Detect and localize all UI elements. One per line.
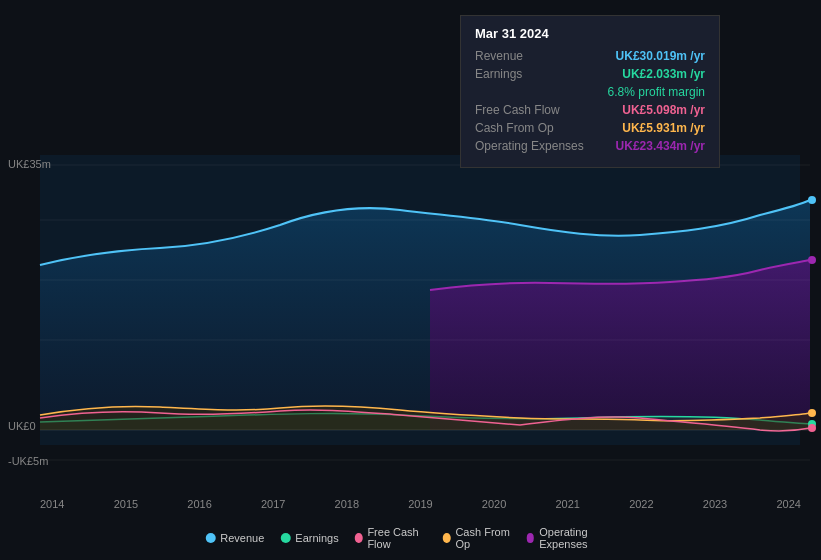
x-label-2024: 2024 (776, 498, 800, 510)
tooltip-margin-row: 6.8% profit margin (475, 85, 705, 99)
tooltip-opex-row: Operating Expenses UK£23.434m /yr (475, 139, 705, 153)
tooltip-earnings-row: Earnings UK£2.033m /yr (475, 67, 705, 81)
legend-label-cashop: Cash From Op (455, 526, 510, 550)
x-label-2022: 2022 (629, 498, 653, 510)
x-label-2023: 2023 (703, 498, 727, 510)
legend-cashop[interactable]: Cash From Op (443, 526, 511, 550)
svg-point-9 (808, 256, 816, 264)
x-label-2021: 2021 (555, 498, 579, 510)
legend-label-revenue: Revenue (220, 532, 264, 544)
legend-revenue[interactable]: Revenue (205, 532, 264, 544)
x-axis-labels: 2014 2015 2016 2017 2018 2019 2020 2021 … (40, 498, 801, 510)
legend-dot-opex (527, 533, 535, 543)
legend-dot-cashop (443, 533, 451, 543)
tooltip-fcf-value: UK£5.098m /yr (622, 103, 705, 117)
legend-dot-earnings (280, 533, 290, 543)
y-label-bottom: -UK£5m (8, 455, 48, 467)
tooltip-revenue-row: Revenue UK£30.019m /yr (475, 49, 705, 63)
legend-opex[interactable]: Operating Expenses (527, 526, 616, 550)
tooltip-cashop-value: UK£5.931m /yr (622, 121, 705, 135)
tooltip-revenue-label: Revenue (475, 49, 523, 63)
legend-dot-fcf (355, 533, 363, 543)
legend-label-earnings: Earnings (295, 532, 338, 544)
y-label-top: UK£35m (8, 158, 51, 170)
x-label-2019: 2019 (408, 498, 432, 510)
x-label-2015: 2015 (114, 498, 138, 510)
legend-earnings[interactable]: Earnings (280, 532, 338, 544)
tooltip-opex-value: UK£23.434m /yr (616, 139, 705, 153)
x-label-2016: 2016 (187, 498, 211, 510)
svg-point-10 (808, 409, 816, 417)
svg-point-12 (808, 424, 816, 432)
tooltip-earnings-value: UK£2.033m /yr (622, 67, 705, 81)
tooltip: Mar 31 2024 Revenue UK£30.019m /yr Earni… (460, 15, 720, 168)
tooltip-cashop-label: Cash From Op (475, 121, 554, 135)
tooltip-revenue-value: UK£30.019m /yr (616, 49, 705, 63)
svg-point-8 (808, 196, 816, 204)
x-label-2014: 2014 (40, 498, 64, 510)
tooltip-margin: 6.8% profit margin (608, 85, 705, 99)
tooltip-opex-label: Operating Expenses (475, 139, 584, 153)
legend-fcf[interactable]: Free Cash Flow (355, 526, 427, 550)
y-label-mid: UK£0 (8, 420, 36, 432)
chart-container: UK£35m UK£0 -UK£5m 2014 2015 2016 2017 2… (0, 0, 821, 560)
tooltip-cashop-row: Cash From Op UK£5.931m /yr (475, 121, 705, 135)
x-label-2018: 2018 (335, 498, 359, 510)
legend-label-fcf: Free Cash Flow (367, 526, 426, 550)
tooltip-fcf-label: Free Cash Flow (475, 103, 560, 117)
legend-dot-revenue (205, 533, 215, 543)
legend-label-opex: Operating Expenses (539, 526, 616, 550)
tooltip-date: Mar 31 2024 (475, 26, 705, 41)
tooltip-fcf-row: Free Cash Flow UK£5.098m /yr (475, 103, 705, 117)
tooltip-earnings-label: Earnings (475, 67, 522, 81)
chart-legend: Revenue Earnings Free Cash Flow Cash Fro… (205, 526, 616, 550)
x-label-2017: 2017 (261, 498, 285, 510)
x-label-2020: 2020 (482, 498, 506, 510)
